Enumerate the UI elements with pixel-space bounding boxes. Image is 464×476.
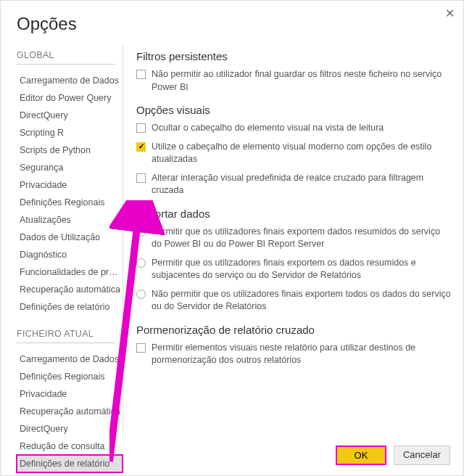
sidebar: GLOBAL Carregamento de Dados Editor do P… (1, 46, 123, 433)
sidebar-global-list: Carregamento de Dados Editor do Power Qu… (17, 72, 123, 316)
radio-export-summarized[interactable] (136, 227, 146, 237)
ok-button[interactable]: OK (336, 446, 386, 465)
heading-export-data: Exportar dados (136, 208, 452, 220)
sidebar-item-file-auto-recovery[interactable]: Recuperação automática (17, 403, 123, 420)
close-icon[interactable]: ✕ (445, 7, 455, 20)
sidebar-item-r-scripting[interactable]: Scripting R (17, 124, 123, 141)
dialog-footer: OK Cancelar (336, 446, 450, 465)
sidebar-item-privacy[interactable]: Privacidade (17, 176, 123, 194)
label-export-summarized: Permitir que os utilizadores finais expo… (152, 226, 452, 251)
sidebar-item-directquery[interactable]: DirectQuery (17, 107, 123, 124)
sidebar-item-security[interactable]: Segurança (17, 159, 123, 176)
label-modern-header: Utilize o cabeçalho de elemento visual m… (152, 141, 452, 166)
sidebar-section-current-file: FICHEIRO ATUAL (17, 329, 115, 343)
sidebar-item-file-privacy[interactable]: Privacidade (17, 385, 123, 403)
sidebar-item-file-query-reduction[interactable]: Redução de consulta (17, 438, 123, 455)
heading-cross-drill: Pormenorização de relatório cruzado (136, 324, 452, 336)
label-export-underlying: Permitir que os utilizadores finais expo… (152, 257, 452, 282)
label-persistent-filters: Não permitir ao utilizador final guardar… (152, 68, 452, 94)
heading-persistent-filters: Filtros persistentes (136, 50, 452, 62)
radio-export-none[interactable] (136, 290, 146, 299)
sidebar-item-python-scripts[interactable]: Scripts de Python (17, 141, 123, 159)
checkbox-cross-drill[interactable] (136, 343, 146, 353)
checkbox-cross-filter[interactable] (136, 173, 146, 183)
sidebar-file-list: Carregamento de Dados Definições Regiona… (17, 350, 123, 472)
sidebar-item-diagnostics[interactable]: Diagnóstico (17, 246, 123, 263)
sidebar-item-file-directquery[interactable]: DirectQuery (17, 420, 123, 438)
checkbox-persistent-filters[interactable] (136, 70, 146, 79)
sidebar-item-auto-recovery[interactable]: Recuperação automática (17, 281, 123, 298)
radio-export-underlying[interactable] (136, 258, 146, 268)
sidebar-item-data-load[interactable]: Carregamento de Dados (17, 72, 123, 89)
sidebar-item-regional[interactable]: Definições Regionais (17, 194, 123, 211)
label-cross-drill: Permitir elementos visuais neste relatór… (152, 342, 452, 367)
label-cross-filter: Alterar interação visual predefinida de … (152, 172, 452, 197)
cancel-button[interactable]: Cancelar (394, 446, 450, 465)
label-hide-header: Ocultar o cabeçalho do elemento visual n… (152, 122, 384, 135)
checkbox-hide-header[interactable] (136, 123, 146, 133)
sidebar-item-file-report-settings[interactable]: Definições de relatório (17, 455, 123, 472)
sidebar-item-report-settings[interactable]: Definições de relatório (17, 298, 123, 316)
sidebar-item-file-regional[interactable]: Definições Regionais (17, 368, 123, 385)
sidebar-item-updates[interactable]: Atualizações (17, 211, 123, 229)
sidebar-item-power-query[interactable]: Editor do Power Query (17, 89, 123, 107)
checkbox-modern-header[interactable] (136, 142, 146, 152)
sidebar-item-preview-features[interactable]: Funcionalidades de pr… (17, 263, 123, 281)
sidebar-item-file-data-load[interactable]: Carregamento de Dados (17, 350, 123, 368)
heading-visual-options: Opções visuais (136, 104, 452, 116)
sidebar-section-global: GLOBAL (17, 50, 115, 65)
settings-content: Filtros persistentes Não permitir ao uti… (123, 46, 463, 433)
sidebar-item-usage-data[interactable]: Dados de Utilização (17, 229, 123, 246)
dialog-title: Opções (1, 1, 463, 46)
label-export-none: Não permitir que os utilizadores finais … (152, 288, 452, 313)
